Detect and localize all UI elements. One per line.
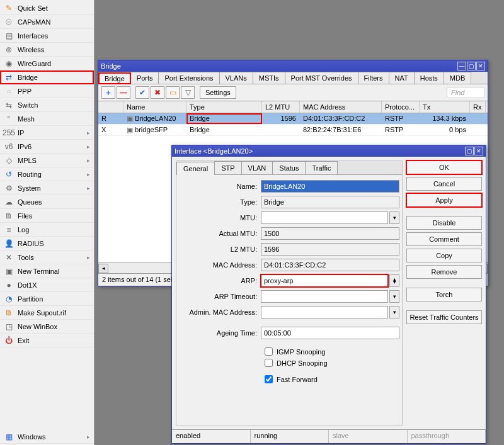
tab-nat[interactable]: NAT (389, 72, 415, 84)
admin-mac-input[interactable] (261, 306, 388, 318)
sidebar-item-queues[interactable]: ☁Queues (0, 195, 94, 209)
col-tx[interactable]: Tx (420, 101, 470, 113)
mtu-dropdown[interactable]: ▾ (389, 211, 399, 224)
l2mtu-field: 1596 (261, 243, 399, 256)
tab-ports[interactable]: Ports (130, 72, 159, 84)
sidebar-item-log[interactable]: ≡Log (0, 223, 94, 237)
tab-filters[interactable]: Filters (358, 72, 389, 84)
sidebar-label: Queues (18, 198, 42, 206)
col-protoco-[interactable]: Protoco... (382, 101, 420, 113)
tab-port-mst-overrides[interactable]: Port MST Overrides (285, 72, 358, 84)
close-button[interactable]: ✕ (476, 62, 485, 70)
settings-button[interactable]: Settings (200, 86, 236, 99)
fastforward-checkbox[interactable]: Fast Forward (265, 375, 399, 383)
remove-button[interactable]: Remove (406, 265, 482, 279)
minimize-button[interactable]: — (457, 62, 466, 70)
sidebar-label: MPLS (18, 157, 37, 164)
sidebar-item-wireless[interactable]: ⊚Wireless (0, 43, 94, 57)
ageing-input[interactable]: 00:05:00 (261, 327, 399, 339)
sidebar-item-radius[interactable]: 👤RADIUS (0, 237, 94, 251)
sidebar-item-system[interactable]: ⚙System▸ (0, 181, 94, 195)
find-input[interactable]: Find (447, 87, 484, 98)
arp-input[interactable]: proxy-arp (261, 274, 388, 287)
tab-mstis[interactable]: MSTIs (253, 72, 285, 84)
tab-traffic[interactable]: Traffic (305, 161, 338, 174)
tab-vlan[interactable]: VLAN (241, 161, 273, 174)
arp-dropdown[interactable]: ⧫ (389, 274, 399, 287)
torch-button[interactable]: Torch (406, 288, 482, 301)
tab-stp[interactable]: STP (214, 161, 241, 174)
col-rx[interactable]: Rx (470, 101, 486, 113)
disable-button[interactable]: Disable (406, 216, 482, 230)
enable-button[interactable]: ✔ (135, 86, 149, 99)
tab-status[interactable]: Status (272, 161, 306, 174)
sidebar-item-bridge[interactable]: ⇄Bridge (0, 70, 94, 84)
sidebar-item-capsman[interactable]: ⦾CAPsMAN (0, 15, 94, 29)
col-type[interactable]: Type (186, 101, 262, 113)
sidebar-item-files[interactable]: 🗎Files (0, 209, 94, 223)
sidebar-item-make-supout-rif[interactable]: 🗎Make Supout.rif (0, 306, 94, 320)
arp-timeout-input[interactable] (261, 290, 388, 303)
reset-counters-button[interactable]: Reset Traffic Counters (406, 310, 482, 324)
sidebar-item-partition[interactable]: ◔Partition (0, 292, 94, 306)
tab-hosts[interactable]: Hosts (414, 72, 444, 84)
iface-titlebar[interactable]: Interface <BridgeLAN20> ▢ ✕ (172, 145, 486, 157)
sidebar-item-routing[interactable]: ↺Routing▸ (0, 167, 94, 181)
sidebar-item-exit[interactable]: ⏻Exit (0, 334, 94, 347)
sidebar-item-new-terminal[interactable]: ▣New Terminal (0, 264, 94, 278)
sidebar-item-tools[interactable]: ✕Tools▸ (0, 251, 94, 264)
admin-mac-dropdown[interactable]: ▾ (389, 306, 399, 318)
sidebar-item-dot1x[interactable]: ●Dot1X (0, 278, 94, 292)
add-button[interactable]: ＋ (101, 86, 115, 99)
col-flag[interactable] (98, 101, 123, 113)
remove-button[interactable]: — (117, 86, 130, 99)
bridge-titlebar[interactable]: Bridge — ▢ ✕ (98, 60, 488, 72)
scroll-left-button[interactable]: ◂ (98, 264, 108, 273)
dhcp-checkbox[interactable]: DHCP Snooping (265, 359, 399, 367)
sidebar-item-wireguard[interactable]: ◉WireGuard (0, 57, 94, 70)
status-slave: slave (329, 430, 408, 443)
tab-general[interactable]: General (176, 162, 215, 175)
tab-vlans[interactable]: VLANs (219, 72, 253, 84)
table-row[interactable]: X▣ bridgeSFPBridge82:B2:24:7B:31:E6RSTP0… (98, 125, 488, 136)
sidebar-item-mesh[interactable]: °Mesh (0, 112, 94, 126)
igmp-checkbox[interactable]: IGMP Snooping (265, 347, 399, 356)
sidebar-item-quick-set[interactable]: ✎Quick Set (0, 1, 94, 15)
sidebar-item-ip[interactable]: 255IP▸ (0, 126, 94, 140)
table-row[interactable]: R▣ BridgeLAN20Bridge1596D4:01:C3:3F:CD:C… (98, 113, 488, 125)
tab-mdb[interactable]: MDB (444, 72, 471, 84)
arp-timeout-dropdown[interactable]: ▾ (389, 290, 399, 303)
comment-button[interactable]: ▭ (166, 86, 180, 99)
sidebar-icon: ⇆ (4, 100, 14, 110)
ok-button[interactable]: OK (406, 161, 482, 174)
filter-button[interactable]: ▽ (181, 86, 195, 99)
copy-button[interactable]: Copy (406, 249, 482, 262)
sidebar-item-switch[interactable]: ⇆Switch (0, 98, 94, 112)
maximize-button[interactable]: ▢ (465, 147, 474, 155)
col-name[interactable]: Name (123, 101, 186, 113)
sidebar-item-mpls[interactable]: ◇MPLS▸ (0, 154, 94, 167)
sidebar-label: CAPsMAN (18, 18, 51, 26)
sidebar-icon: 255 (4, 128, 14, 138)
disable-button[interactable]: ✖ (151, 86, 164, 99)
maximize-button[interactable]: ▢ (467, 62, 476, 70)
sidebar-label: Log (18, 226, 29, 234)
sidebar-item-ipv6[interactable]: v6IPv6▸ (0, 140, 94, 154)
sidebar-label: PPP (18, 87, 32, 95)
cancel-button[interactable]: Cancel (406, 177, 482, 191)
col-mac-address[interactable]: MAC Address (300, 101, 382, 113)
close-button[interactable]: ✕ (474, 147, 483, 155)
comment-button[interactable]: Comment (406, 232, 482, 246)
apply-button[interactable]: Apply (406, 193, 482, 207)
sidebar-item-interfaces[interactable]: ▤Interfaces (0, 29, 94, 43)
name-input[interactable]: BridgeLAN20 (261, 180, 399, 193)
tab-port-extensions[interactable]: Port Extensions (158, 72, 219, 84)
sidebar-item-new-winbox[interactable]: ◳New WinBox (0, 320, 94, 334)
sidebar-icon: ⚙ (4, 183, 14, 193)
tab-bridge[interactable]: Bridge (98, 72, 131, 84)
sidebar-item-ppp[interactable]: ⎓PPP (0, 84, 94, 98)
sidebar-item-windows[interactable]: ▦Windows▸ (0, 430, 94, 444)
status-running: running (251, 430, 329, 443)
col-l2-mtu[interactable]: L2 MTU (262, 101, 300, 113)
mtu-input[interactable] (261, 211, 388, 224)
